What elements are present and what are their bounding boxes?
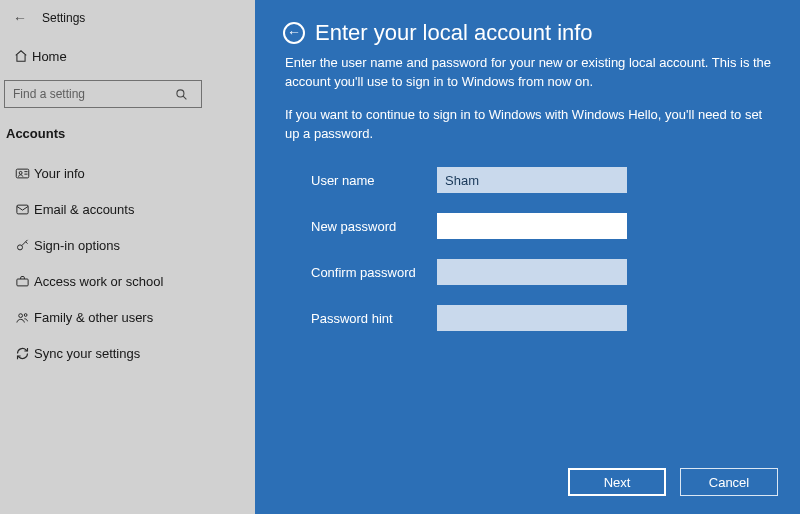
- new-password-input[interactable]: [437, 213, 627, 239]
- arrow-left-icon: ←: [287, 25, 301, 39]
- next-button[interactable]: Next: [568, 468, 666, 496]
- dialog-para1: Enter the user name and password for you…: [285, 54, 772, 92]
- new-password-label: New password: [311, 219, 437, 234]
- confirm-password-input[interactable]: [437, 259, 627, 285]
- username-label: User name: [311, 173, 437, 188]
- form-area: User name New password Confirm password …: [255, 157, 800, 331]
- dialog-description: Enter the user name and password for you…: [283, 54, 772, 143]
- dialog-title: Enter your local account info: [315, 20, 593, 46]
- password-hint-input[interactable]: [437, 305, 627, 331]
- username-input[interactable]: [437, 167, 627, 193]
- cancel-button[interactable]: Cancel: [680, 468, 778, 496]
- local-account-dialog: ← Enter your local account info Enter th…: [255, 0, 800, 514]
- password-hint-label: Password hint: [311, 311, 437, 326]
- back-button[interactable]: ←: [283, 22, 305, 44]
- dialog-para2: If you want to continue to sign in to Wi…: [285, 106, 772, 144]
- confirm-password-label: Confirm password: [311, 265, 437, 280]
